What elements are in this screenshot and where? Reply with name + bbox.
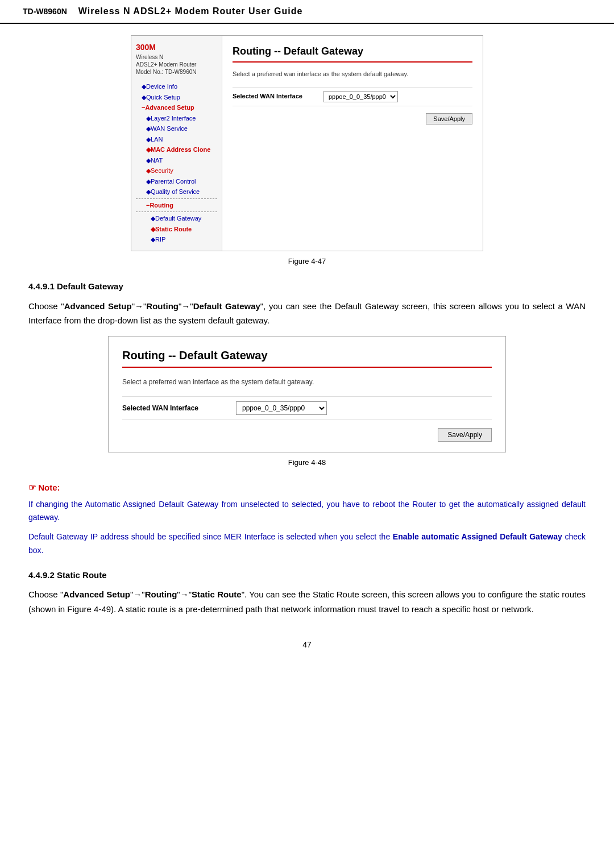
- sidebar: 300M Wireless NADSL2+ Modem RouterModel …: [131, 36, 222, 251]
- figure-47-box: 300M Wireless NADSL2+ Modem RouterModel …: [131, 35, 483, 251]
- page-title: Wireless N ADSL2+ Modem Router User Guid…: [78, 5, 303, 18]
- form-row-47: Selected WAN Interface pppoe_0_0_35/ppp0: [233, 87, 472, 106]
- router-panel-47: Routing -- Default Gateway Select a pref…: [222, 36, 483, 251]
- figure-47-caption: Figure 4-47: [28, 256, 586, 267]
- wan-interface-select-47[interactable]: pppoe_0_0_35/ppp0: [323, 91, 398, 102]
- model-number: TD-W8960N: [23, 6, 67, 18]
- panel-desc-47: Select a preferred wan interface as the …: [233, 69, 472, 79]
- brand-name: 300M: [136, 41, 217, 53]
- wan-interface-select-48[interactable]: pppoe_0_0_35/ppp0: [236, 401, 327, 415]
- main-content: 300M Wireless NADSL2+ Modem RouterModel …: [0, 35, 614, 674]
- large-save-row-48: Save/Apply: [122, 428, 492, 442]
- text-routing: Routing: [146, 301, 179, 311]
- large-form-row-48: Selected WAN Interface pppoe_0_0_35/ppp0: [122, 396, 492, 420]
- nav-separator: [136, 198, 217, 199]
- note-bold-text: Enable automatic Assigned Default Gatewa…: [393, 532, 562, 541]
- text-default-gateway-ref: Default Gateway: [193, 301, 260, 311]
- nav-security[interactable]: ◆Security: [136, 165, 217, 176]
- section-492-body: Choose "Advanced Setup"→"Routing"→"Stati…: [28, 587, 586, 616]
- nav-rip[interactable]: ◆RIP: [136, 234, 217, 245]
- text-static-route-ref: Static Route: [192, 589, 242, 599]
- note-label: ☞ Note:: [28, 481, 586, 495]
- nav-layer2[interactable]: ◆Layer2 Interface: [136, 113, 217, 124]
- nav-routing[interactable]: −Routing: [136, 200, 217, 211]
- page-header: TD-W8960N Wireless N ADSL2+ Modem Router…: [0, 0, 614, 24]
- text-advanced-setup-2: Advanced Setup: [63, 589, 130, 599]
- sidebar-nav: ◆Device Info ◆Quick Setup −Advanced Setu…: [136, 81, 217, 245]
- panel-title-47: Routing -- Default Gateway: [233, 44, 472, 63]
- save-button-47[interactable]: Save/Apply: [426, 113, 472, 124]
- nav-advanced-setup[interactable]: −Advanced Setup: [136, 102, 217, 113]
- save-row-47: Save/Apply: [233, 113, 472, 124]
- nav-parental[interactable]: ◆Parental Control: [136, 176, 217, 187]
- note-line-1: If changing the Automatic Assigned Defau…: [28, 498, 586, 525]
- note-line-2: Default Gateway IP address should be spe…: [28, 530, 586, 558]
- large-desc-48: Select a preferred wan interface as the …: [122, 377, 492, 387]
- text-routing-2: Routing: [145, 589, 177, 599]
- nav-device-info[interactable]: ◆Device Info: [136, 81, 217, 92]
- nav-mac-clone[interactable]: ◆MAC Address Clone: [136, 144, 217, 155]
- large-form-label-48: Selected WAN Interface: [122, 403, 236, 413]
- section-491-heading: 4.4.9.1 Default Gateway: [28, 280, 586, 293]
- note-section: ☞ Note: If changing the Automatic Assign…: [28, 481, 586, 558]
- nav-wan-service[interactable]: ◆WAN Service: [136, 123, 217, 134]
- save-button-48[interactable]: Save/Apply: [438, 428, 492, 442]
- nav-separator-2: [136, 211, 217, 212]
- brand-block: 300M Wireless NADSL2+ Modem RouterModel …: [136, 41, 217, 76]
- nav-default-gateway[interactable]: ◆Default Gateway: [136, 213, 217, 224]
- text-advanced-setup: Advanced Setup: [64, 301, 132, 311]
- figure-48-box: Routing -- Default Gateway Select a pref…: [108, 336, 506, 452]
- page-number: 47: [28, 633, 586, 651]
- brand-subtitle: Wireless NADSL2+ Modem RouterModel No.: …: [136, 53, 217, 76]
- nav-lan[interactable]: ◆LAN: [136, 134, 217, 145]
- section-491-body: Choose "Advanced Setup"→"Routing"→"Defau…: [28, 299, 586, 328]
- form-label-47: Selected WAN Interface: [233, 92, 323, 101]
- nav-qos[interactable]: ◆Quality of Service: [136, 186, 217, 197]
- nav-nat[interactable]: ◆NAT: [136, 155, 217, 166]
- large-panel-title-48: Routing -- Default Gateway: [122, 347, 492, 368]
- figure-48-caption: Figure 4-48: [28, 457, 586, 468]
- nav-quick-setup[interactable]: ◆Quick Setup: [136, 92, 217, 103]
- nav-static-route[interactable]: ◆Static Route: [136, 224, 217, 235]
- large-panel-48: Routing -- Default Gateway Select a pref…: [109, 337, 505, 452]
- section-492-heading: 4.4.9.2 Static Route: [28, 569, 586, 582]
